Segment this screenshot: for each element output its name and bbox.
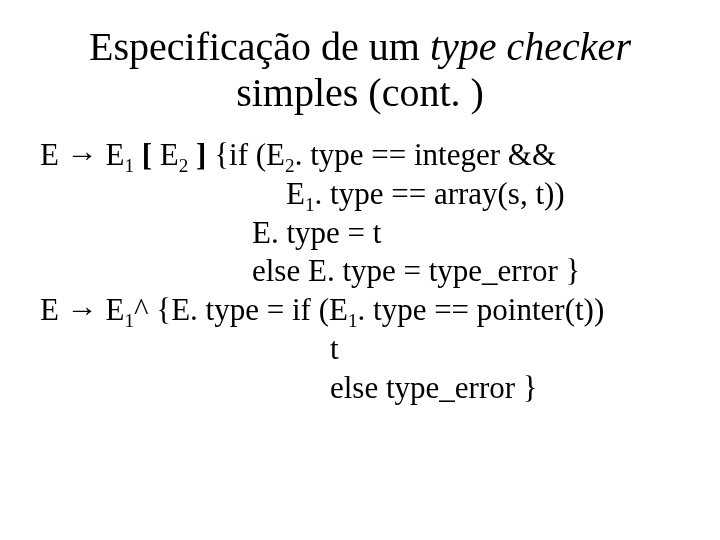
text: {if (E [206,137,285,172]
rule-1-line-3: E. type = t [40,214,680,253]
rule-1-line-1: E → E1 [ E2 ] {if (E2. type == integer &… [40,136,680,175]
subscript: 1 [124,155,134,176]
title-part-3: simples (cont. ) [236,70,484,115]
text: E [98,292,125,327]
right-bracket: ] [196,137,206,172]
text: E [98,137,125,172]
text: E. type = t [252,215,381,250]
text: ^ {E. type = if (E [134,292,348,327]
text: . type == array(s, t)) [315,176,565,211]
text [134,137,142,172]
subscript: 2 [285,155,295,176]
title-part-1: Especificação de um [89,24,430,69]
text: . type == pointer(t)) [358,292,605,327]
text: E [286,176,305,211]
text [188,137,196,172]
rule-1-line-2: E1. type == array(s, t)) [40,175,680,214]
text: E [152,137,179,172]
text: t [330,331,339,366]
arrow-icon: → [67,137,98,172]
slide: Especificação de um type checker simples… [0,0,720,540]
text: E [40,137,67,172]
text: E [40,292,67,327]
left-bracket: [ [142,137,152,172]
rule-2-line-1: E → E1^ {E. type = if (E1. type == point… [40,291,680,330]
title-part-2-italic: type checker [430,24,631,69]
rule-2-line-2: t [40,330,680,369]
text: else type_error } [330,370,538,405]
slide-title: Especificação de um type checker simples… [40,24,680,116]
rule-2-line-3: else type_error } [40,369,680,408]
subscript: 1 [305,194,315,215]
subscript: 1 [348,310,358,331]
rule-1-line-4: else E. type = type_error } [40,252,680,291]
text: . type == integer && [295,137,556,172]
slide-body: E → E1 [ E2 ] {if (E2. type == integer &… [40,136,680,407]
text: else E. type = type_error } [252,253,580,288]
subscript: 1 [124,310,134,331]
subscript: 2 [179,155,189,176]
arrow-icon: → [67,292,98,327]
